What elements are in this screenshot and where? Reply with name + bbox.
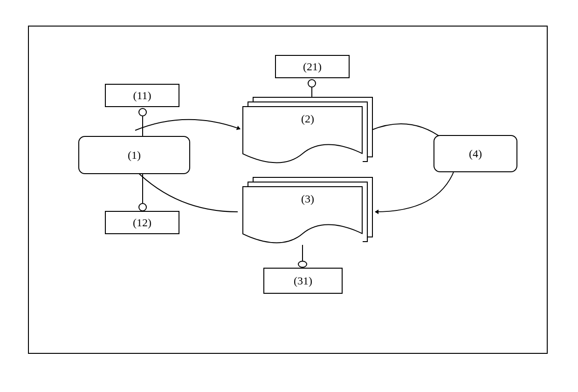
stick-11 — [142, 116, 143, 136]
node-1-label: (1) — [128, 149, 141, 162]
node-1: (1) — [78, 136, 190, 174]
node-4-label: (4) — [469, 148, 482, 160]
node-12: (12) — [105, 211, 179, 234]
node-31: (31) — [263, 268, 343, 294]
lollipop-21 — [308, 79, 316, 88]
node-31-label: (31) — [294, 275, 312, 287]
stick-31 — [302, 245, 303, 261]
diagram-canvas: (11) (1) (12) (21) (2) (4) — [0, 0, 578, 392]
node-2: (2) — [242, 97, 373, 167]
node-2-label: (2) — [301, 113, 314, 125]
node-11-label: (11) — [133, 89, 151, 102]
node-3: (3) — [242, 177, 373, 247]
node-21: (21) — [275, 55, 350, 78]
stick-12 — [142, 174, 143, 203]
lollipop-11 — [138, 108, 147, 116]
node-3-label: (3) — [301, 193, 314, 205]
lollipop-31 — [298, 261, 307, 268]
node-12-label: (12) — [133, 216, 151, 229]
node-11: (11) — [105, 84, 179, 107]
stick-21 — [311, 88, 312, 97]
lollipop-12 — [138, 203, 147, 211]
node-4: (4) — [434, 135, 517, 172]
node-21-label: (21) — [303, 61, 322, 73]
